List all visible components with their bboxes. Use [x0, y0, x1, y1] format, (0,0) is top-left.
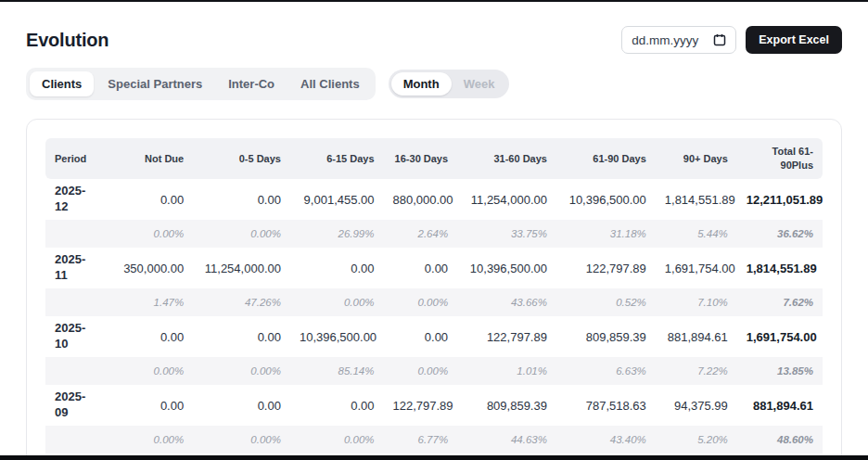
value-cell: 9,001,455.00	[290, 179, 384, 220]
percent-cell: 0.52%	[556, 288, 656, 316]
period-cell: 2025-11	[45, 248, 104, 288]
column-header-period: Period	[45, 138, 104, 179]
percent-cell: 85.14%	[290, 357, 384, 385]
percent-cell: 0.00%	[193, 357, 290, 385]
column-header-90-days: 90+ Days	[656, 138, 737, 179]
column-header-31-60-days: 31-60 Days	[457, 138, 556, 179]
value-cell: 0.00	[290, 248, 384, 288]
percent-cell: 1.47%	[104, 288, 193, 316]
page-header: Evolution Export Excel	[26, 26, 842, 54]
period-cell: 2025-12	[45, 179, 104, 220]
value-cell: 11,254,000.00	[457, 179, 556, 220]
period-toggle: MonthWeek	[389, 70, 510, 98]
percent-cell: 2.64%	[384, 220, 458, 248]
percent-cell: 7.10%	[656, 288, 737, 316]
table-row-2025-12: 2025-120.000.009,001,455.00880,000.0011,…	[45, 179, 823, 220]
evolution-table: PeriodNot Due0-5 Days6-15 Days16-30 Days…	[45, 138, 823, 454]
table-row-2025-12-percents: 0.00%0.00%26.99%2.64%33.75%31.18%5.44%36…	[45, 220, 823, 248]
total-percent-cell: 36.62%	[737, 220, 823, 248]
column-header-61-90-days: 61-90 Days	[556, 138, 656, 179]
percent-cell: 47.26%	[193, 288, 290, 316]
value-cell: 809,859.39	[556, 316, 656, 357]
percent-cell: 0.00%	[104, 220, 193, 248]
window-bottom-border	[0, 455, 868, 460]
tab-all-clients[interactable]: All Clients	[288, 71, 372, 96]
tab-inter-co[interactable]: Inter-Co	[216, 71, 287, 96]
calendar-icon[interactable]	[713, 33, 726, 46]
percent-cell: 6.77%	[384, 426, 458, 454]
page-title: Evolution	[26, 30, 108, 51]
percent-cell: 44.63%	[457, 426, 556, 454]
value-cell: 10,396,500.00	[290, 316, 384, 357]
page: Evolution Export Excel ClientsSpecial Pa…	[0, 26, 868, 460]
export-excel-button[interactable]: Export Excel	[746, 26, 842, 54]
period-cell: 2025-10	[45, 316, 104, 357]
empty-period-cell	[45, 220, 104, 248]
value-cell: 0.00	[104, 385, 193, 426]
percent-cell: 43.40%	[556, 426, 656, 454]
value-cell: 0.00	[384, 316, 458, 357]
tab-special-partners[interactable]: Special Partners	[96, 71, 214, 96]
date-input[interactable]	[632, 33, 706, 47]
empty-period-cell	[45, 288, 104, 316]
tab-clients[interactable]: Clients	[30, 71, 94, 96]
percent-cell: 0.00%	[384, 357, 458, 385]
value-cell: 122,797.89	[556, 248, 656, 288]
value-cell: 1,691,754.00	[656, 248, 737, 288]
column-header-total-61-90plus: Total 61-90Plus	[737, 138, 823, 179]
value-cell: 10,396,500.00	[556, 179, 656, 220]
value-cell: 880,000.00	[384, 179, 458, 220]
percent-cell: 0.00%	[290, 288, 384, 316]
toggle-month[interactable]: Month	[391, 72, 452, 96]
header-controls: Export Excel	[621, 26, 842, 54]
segment-tabs: ClientsSpecial PartnersInter-CoAll Clien…	[26, 68, 376, 100]
value-cell: 122,797.89	[384, 385, 458, 426]
value-cell: 0.00	[290, 385, 384, 426]
table-body: 2025-120.000.009,001,455.00880,000.0011,…	[45, 179, 823, 454]
percent-cell: 7.22%	[656, 357, 737, 385]
table-row-2025-09: 2025-090.000.000.00122,797.89809,859.397…	[45, 385, 823, 426]
percent-cell: 5.44%	[656, 220, 737, 248]
total-value-cell: 1,691,754.00	[737, 316, 823, 357]
table-row-2025-10: 2025-100.000.0010,396,500.000.00122,797.…	[45, 316, 823, 357]
value-cell: 0.00	[193, 179, 290, 220]
table-row-2025-10-percents: 0.00%0.00%85.14%0.00%1.01%6.63%7.22%13.8…	[45, 357, 823, 385]
total-percent-cell: 48.60%	[737, 426, 823, 454]
value-cell: 0.00	[104, 316, 193, 357]
total-value-cell: 12,211,051.89	[737, 179, 823, 220]
value-cell: 0.00	[104, 179, 193, 220]
value-cell: 0.00	[384, 248, 458, 288]
period-cell: 2025-09	[45, 385, 104, 426]
percent-cell: 6.63%	[556, 357, 656, 385]
window-top-border	[0, 0, 868, 2]
filters-row: ClientsSpecial PartnersInter-CoAll Clien…	[26, 68, 842, 100]
total-percent-cell: 7.62%	[737, 288, 823, 316]
value-cell: 350,000.00	[104, 248, 193, 288]
column-header-6-15-days: 6-15 Days	[290, 138, 384, 179]
total-value-cell: 1,814,551.89	[737, 248, 823, 288]
empty-period-cell	[45, 357, 104, 385]
column-header-not-due: Not Due	[104, 138, 193, 179]
value-cell: 1,814,551.89	[656, 179, 737, 220]
table-row-2025-11: 2025-11350,000.0011,254,000.000.000.0010…	[45, 248, 823, 288]
percent-cell: 26.99%	[290, 220, 384, 248]
date-field[interactable]	[621, 26, 736, 54]
percent-cell: 43.66%	[457, 288, 556, 316]
percent-cell: 0.00%	[104, 357, 193, 385]
value-cell: 881,894.61	[656, 316, 737, 357]
column-header-0-5-days: 0-5 Days	[193, 138, 290, 179]
value-cell: 10,396,500.00	[457, 248, 556, 288]
percent-cell: 0.00%	[193, 426, 290, 454]
percent-cell: 0.00%	[104, 426, 193, 454]
value-cell: 122,797.89	[457, 316, 556, 357]
table-row-2025-09-percents: 0.00%0.00%0.00%6.77%44.63%43.40%5.20%48.…	[45, 426, 823, 454]
table-header-row: PeriodNot Due0-5 Days6-15 Days16-30 Days…	[45, 138, 823, 179]
percent-cell: 0.00%	[384, 288, 458, 316]
toggle-week[interactable]: Week	[452, 72, 507, 96]
column-header-16-30-days: 16-30 Days	[384, 138, 458, 179]
value-cell: 11,254,000.00	[193, 248, 290, 288]
value-cell: 787,518.63	[556, 385, 656, 426]
value-cell: 809,859.39	[457, 385, 556, 426]
value-cell: 94,375.99	[656, 385, 737, 426]
percent-cell: 31.18%	[556, 220, 656, 248]
